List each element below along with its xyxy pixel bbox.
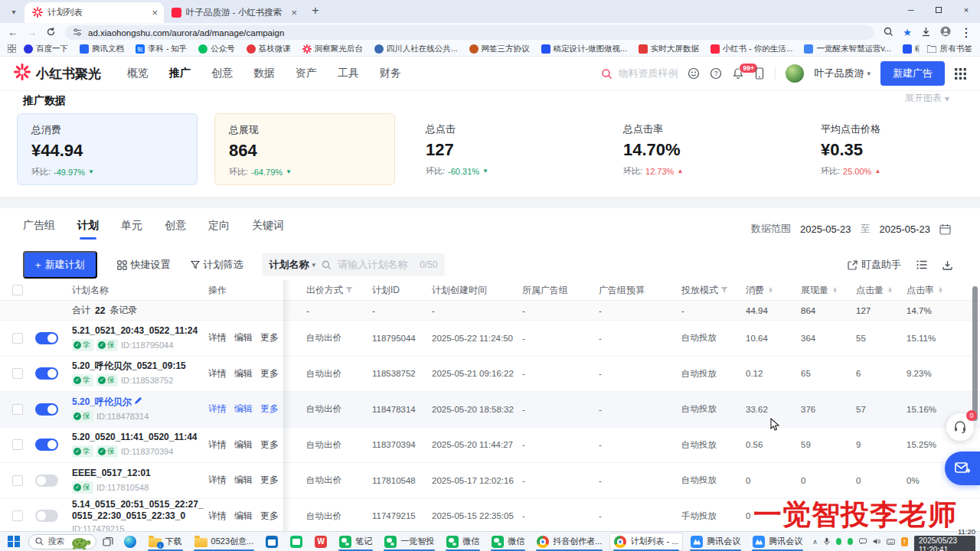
taskbar-search-box[interactable]: 搜索: [28, 534, 96, 549]
alert-tray-icon[interactable]: !: [901, 537, 908, 546]
nav-item-数据[interactable]: 数据: [253, 67, 275, 80]
quick-setup-button[interactable]: 快捷设置: [117, 258, 171, 272]
nav-item-创意[interactable]: 创意: [211, 67, 233, 80]
stat-card[interactable]: 平均点击价格 ¥0.35 环比: 25.00% ▲: [807, 113, 980, 185]
status-toggle[interactable]: [35, 439, 58, 451]
tray-expand-icon[interactable]: ∧: [812, 538, 818, 546]
table-row[interactable]: 5.21_0521_20:43_0522_11:24 ✓学✓保ID:118795…: [0, 321, 980, 357]
stat-card[interactable]: 总点击 127 环比: -60.31% ▼: [412, 113, 593, 185]
action-更多[interactable]: 更多: [260, 331, 279, 344]
sort-icon[interactable]: ▲▼: [832, 287, 838, 293]
support-headset-button[interactable]: 0: [946, 413, 974, 441]
action-编辑[interactable]: 编辑: [234, 403, 253, 416]
row-checkbox[interactable]: [12, 475, 23, 486]
nav-item-资产[interactable]: 资产: [296, 67, 317, 80]
profile-avatar-icon[interactable]: [940, 26, 951, 40]
site-settings-icon[interactable]: [73, 28, 82, 38]
microphone-icon[interactable]: [824, 536, 830, 546]
taskbar-item-微信[interactable]: 微信: [487, 533, 529, 551]
taskbar-item-0523创意...[interactable]: 0523创意...: [190, 533, 259, 551]
sort-icon[interactable]: ▲▼: [768, 287, 773, 293]
bookmark-item[interactable]: 百度一下: [24, 44, 68, 54]
column-header-1[interactable]: 操作: [208, 284, 283, 297]
column-header-3[interactable]: 计划ID: [372, 284, 432, 297]
column-header-7[interactable]: 投放模式: [681, 284, 746, 297]
action-详情[interactable]: 详情: [208, 510, 227, 523]
bookmark-star-icon[interactable]: ★: [903, 27, 912, 38]
bookmark-item[interactable]: 稿定设计-做图做视...: [903, 44, 919, 54]
new-tab-button[interactable]: +: [306, 2, 325, 20]
taskbar-item[interactable]: [261, 533, 283, 551]
column-header-2[interactable]: 出价方式: [306, 284, 372, 297]
action-编辑[interactable]: 编辑: [234, 510, 253, 523]
material-search[interactable]: 物料资质样例: [601, 67, 678, 80]
input-keyboard-icon[interactable]: [887, 538, 895, 546]
taskbar-item[interactable]: W: [310, 533, 332, 551]
taskbar-item-腾讯会议[interactable]: 腾讯会议: [686, 533, 745, 551]
plan-filter-button[interactable]: 计划筛选: [191, 258, 243, 272]
status-toggle[interactable]: [35, 510, 58, 522]
status-toggle[interactable]: [35, 474, 58, 487]
tab-定向[interactable]: 定向: [208, 219, 230, 240]
stat-card[interactable]: 总点击率 14.70% 环比: 12.73% ▲: [609, 113, 790, 185]
column-header-10[interactable]: 点击量▲▼: [856, 284, 906, 297]
wechat-tray-icon[interactable]: [848, 538, 853, 545]
tab-单元[interactable]: 单元: [121, 219, 142, 240]
bookmark-item[interactable]: 稿定设计-做图做视...: [541, 44, 627, 54]
date-start[interactable]: 2025-05-23: [800, 223, 851, 235]
custom-columns-icon[interactable]: [916, 260, 927, 269]
taskbar-item-一觉智投[interactable]: 一觉智投: [380, 533, 439, 551]
bookmark-item[interactable]: 四川人社在线公共...: [374, 44, 458, 54]
wechat-tray-icon[interactable]: [836, 538, 841, 545]
url-bar[interactable]: ad.xiaohongshu.com/aurora/ad/manage/camp…: [65, 25, 874, 40]
table-row[interactable]: EEEE_0517_12:01 ✓保ID:117810548 详情编辑更多 自动…: [0, 463, 980, 499]
bookmark-item[interactable]: 公众号: [198, 44, 235, 54]
action-更多[interactable]: 更多: [260, 439, 279, 452]
sort-icon[interactable]: ▲▼: [938, 287, 943, 293]
bookmark-item[interactable]: 一觉醒来智慧运营v...: [804, 44, 890, 54]
column-header-11[interactable]: 点击率▲▼: [906, 284, 949, 297]
column-header-8[interactable]: 消费▲▼: [746, 284, 801, 297]
download-icon[interactable]: [921, 26, 931, 40]
menu-dots-icon[interactable]: ⋮: [960, 25, 972, 40]
edit-pencil-icon[interactable]: [134, 396, 142, 405]
taskbar-item-笔记[interactable]: 笔记: [335, 533, 377, 551]
taskbar-item-微信[interactable]: 微信: [442, 533, 484, 551]
column-header-5[interactable]: 所属广告组: [522, 284, 599, 297]
tab-close-icon[interactable]: ×: [152, 7, 158, 18]
action-详情[interactable]: 详情: [208, 367, 227, 380]
status-toggle[interactable]: [35, 403, 58, 416]
action-更多[interactable]: 更多: [260, 367, 279, 380]
status-toggle[interactable]: [35, 332, 58, 344]
taskbar-clock[interactable]: 11:20 2025/05/23 11:20:41: [914, 528, 975, 551]
bookmark-item[interactable]: 腾讯文档: [80, 44, 124, 54]
action-更多[interactable]: 更多: [260, 510, 279, 523]
bookmark-item[interactable]: 小红书 - 你的生活...: [710, 44, 793, 54]
status-toggle[interactable]: [35, 367, 58, 380]
new-ad-button[interactable]: 新建广告: [880, 61, 945, 86]
row-checkbox[interactable]: [12, 510, 23, 521]
bookmark-item[interactable]: 荔枝微课: [247, 44, 291, 54]
browser-tab[interactable]: 叶子品质游 - 小红书搜索 ×: [164, 2, 303, 23]
reload-icon[interactable]: [46, 27, 56, 38]
bookmark-item[interactable]: 网签三方协议: [469, 44, 530, 54]
search-field-select[interactable]: 计划名称▾: [270, 258, 316, 272]
tab-close-icon[interactable]: ×: [291, 7, 297, 18]
app-logo[interactable]: 小红书聚光: [14, 64, 101, 84]
bookmark-item[interactable]: 实时大屏数据: [639, 44, 699, 54]
plan-name[interactable]: 5.20_呼伦贝尔: [72, 396, 142, 408]
column-header-0[interactable]: 计划名称: [72, 284, 208, 297]
action-详情[interactable]: 详情: [208, 439, 227, 452]
back-icon[interactable]: ←: [8, 28, 18, 37]
date-end[interactable]: 2025-05-23: [880, 223, 931, 235]
taskbar-item-下载[interactable]: 下载: [144, 533, 187, 551]
date-range-picker[interactable]: 数据范围 2025-05-23 至 2025-05-23: [751, 222, 951, 236]
column-header-9[interactable]: 展现量▲▼: [801, 284, 856, 297]
row-checkbox[interactable]: [12, 439, 23, 450]
tab-创意[interactable]: 创意: [165, 219, 186, 240]
taskbar-item-抖音创作者...[interactable]: 抖音创作者...: [532, 533, 606, 551]
vertical-scrollbar[interactable]: [972, 286, 978, 421]
table-row[interactable]: 5.20_呼伦贝尔 ✓保ID:118478314 详情编辑更多 自动出价 118…: [0, 392, 980, 428]
tab-计划[interactable]: 计划: [77, 219, 99, 240]
action-更多[interactable]: 更多: [260, 403, 279, 416]
